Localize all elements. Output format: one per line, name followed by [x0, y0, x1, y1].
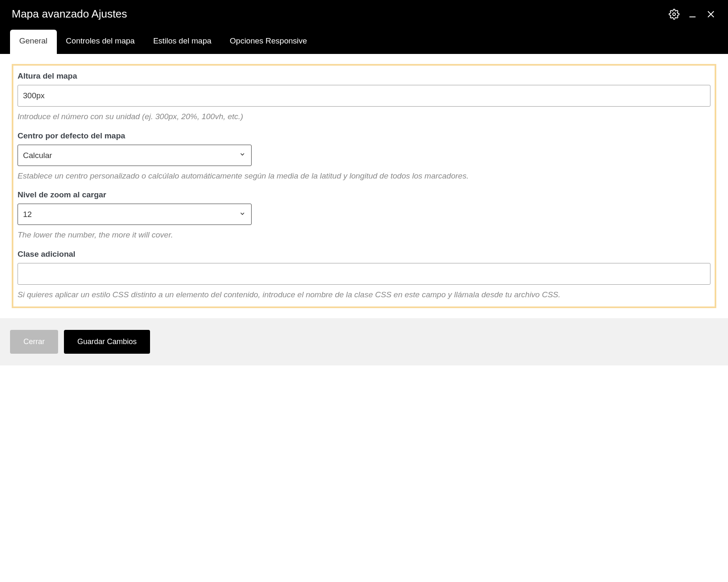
form-group-map-height: Altura del mapa Introduce el número con …	[18, 71, 710, 123]
tab-estilos-del-mapa[interactable]: Estilos del mapa	[144, 30, 220, 54]
tab-controles-del-mapa[interactable]: Controles del mapa	[57, 30, 144, 54]
form-group-map-center: Centro por defecto del mapa Calcular Est…	[18, 131, 710, 182]
tab-opciones-responsive[interactable]: Opciones Responsive	[221, 30, 316, 54]
gear-icon[interactable]	[669, 9, 680, 20]
tabs: General Controles del mapa Estilos del m…	[0, 20, 728, 54]
zoom-level-select-wrapper: 12	[18, 204, 252, 225]
form-group-additional-class: Clase adicional Si quieres aplicar un es…	[18, 250, 710, 301]
tab-general[interactable]: General	[10, 30, 57, 54]
map-center-select[interactable]: Calcular	[18, 145, 252, 166]
map-center-help: Establece un centro personalizado o calc…	[18, 170, 710, 182]
additional-class-input[interactable]	[18, 263, 710, 285]
modal-title: Mapa avanzado Ajustes	[12, 8, 127, 20]
map-height-input[interactable]	[18, 85, 710, 107]
modal-title-row: Mapa avanzado Ajustes	[0, 0, 728, 20]
modal-footer: Cerrar Guardar Cambios	[0, 318, 728, 365]
svg-point-0	[673, 13, 676, 15]
additional-class-label: Clase adicional	[18, 250, 710, 259]
map-height-help: Introduce el número con su unidad (ej. 3…	[18, 111, 710, 123]
save-button[interactable]: Guardar Cambios	[64, 330, 150, 354]
additional-class-help: Si quieres aplicar un estilo CSS distint…	[18, 289, 710, 301]
zoom-level-select[interactable]: 12	[18, 204, 252, 225]
modal-body: Altura del mapa Introduce el número con …	[0, 54, 728, 318]
zoom-level-label: Nivel de zoom al cargar	[18, 190, 710, 199]
form-container: Altura del mapa Introduce el número con …	[12, 64, 716, 308]
close-button[interactable]: Cerrar	[10, 330, 58, 354]
modal-header: Mapa avanzado Ajustes General	[0, 0, 728, 54]
map-height-label: Altura del mapa	[18, 71, 710, 81]
form-group-zoom-level: Nivel de zoom al cargar 12 The lower the…	[18, 190, 710, 241]
minimize-icon[interactable]	[687, 9, 698, 20]
map-center-select-wrapper: Calcular	[18, 145, 252, 166]
map-center-label: Centro por defecto del mapa	[18, 131, 710, 140]
header-icons	[669, 9, 716, 20]
close-icon[interactable]	[705, 9, 716, 20]
zoom-level-help: The lower the number, the more it will c…	[18, 229, 710, 241]
